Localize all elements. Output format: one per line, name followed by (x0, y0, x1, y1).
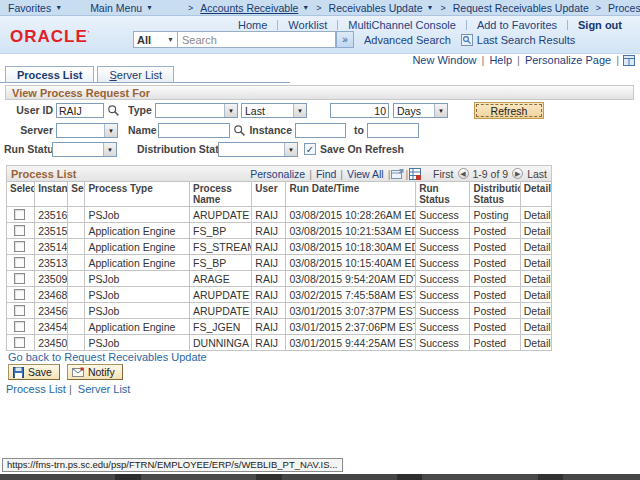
run-datetime-cell: 03/01/2015 2:37:06PM EST (286, 319, 416, 335)
details-link[interactable]: Details (520, 271, 551, 287)
process-name-cell[interactable]: DUNNINGA (189, 335, 251, 351)
view-all-link[interactable]: View All (347, 168, 384, 180)
details-link[interactable]: Details (520, 303, 551, 319)
row-select-checkbox[interactable] (14, 273, 25, 284)
process-name-cell[interactable]: ARAGE (189, 271, 251, 287)
breadcrumb-process-monitor[interactable]: Process Monitor (608, 2, 640, 14)
tab-strip: Process List Server List (5, 66, 177, 82)
details-link[interactable]: Details (520, 223, 551, 239)
instance-to-field[interactable] (367, 123, 419, 138)
tab-server-list[interactable]: Server List (97, 66, 174, 82)
go-back-link[interactable]: Go back to Request Receivables Update (8, 351, 207, 363)
distribution-status-select[interactable]: ▼ (218, 142, 298, 157)
pager-prev-icon[interactable]: ◀ (458, 168, 469, 179)
details-link[interactable]: Details (520, 207, 551, 223)
process-name-cell[interactable]: ARUPDATE (189, 303, 251, 319)
worklist-link[interactable]: Worklist (278, 19, 337, 31)
pager-next-icon[interactable]: ▶ (512, 168, 523, 179)
user-cell: RAIJ (252, 287, 286, 303)
new-window-link[interactable]: New Window (412, 54, 476, 66)
zoom-grid-icon[interactable] (391, 169, 404, 179)
process-type-cell: Application Engine (85, 223, 190, 239)
multichannel-console-link[interactable]: MultiChannel Console (338, 19, 466, 31)
breadcrumb-label: Receivables Update (329, 2, 423, 14)
row-select-checkbox[interactable] (14, 241, 25, 252)
name-field[interactable] (158, 123, 230, 138)
col-select: Select (7, 182, 35, 207)
breadcrumb-receivables-update[interactable]: Receivables Update▼ (329, 2, 434, 14)
home-link[interactable]: Home (228, 19, 277, 31)
details-link[interactable]: Details (520, 287, 551, 303)
seq-cell (68, 239, 85, 255)
details-link[interactable]: Details (520, 319, 551, 335)
last-search-results-link[interactable]: Last Search Results (477, 34, 575, 46)
find-link[interactable]: Find (316, 168, 336, 180)
row-select-checkbox[interactable] (14, 209, 25, 220)
download-to-excel-icon[interactable] (409, 168, 421, 180)
run-datetime-cell: 03/08/2015 10:18:30AM EDT (286, 239, 416, 255)
breadcrumb-accounts-receivable[interactable]: Accounts Receivable▼ (200, 2, 309, 14)
save-button[interactable]: Save (8, 364, 60, 380)
layout-grid-icon[interactable] (623, 55, 635, 66)
grid-pager: First ◀ 1-9 of 9 ▶ Last (433, 168, 547, 180)
pager-first-label[interactable]: First (433, 168, 453, 180)
process-name-cell[interactable]: ARUPDATE (189, 287, 251, 303)
personalize-link[interactable]: Personalize (250, 168, 305, 180)
tab-process-list[interactable]: Process List (5, 66, 94, 82)
row-select-checkbox[interactable] (14, 225, 25, 236)
row-select-checkbox[interactable] (14, 321, 25, 332)
pager-last-label[interactable]: Last (527, 168, 547, 180)
seq-cell (68, 303, 85, 319)
breadcrumb-main-menu[interactable]: Main Menu▼ (90, 2, 153, 14)
divider: | (309, 168, 312, 180)
row-select-checkbox[interactable] (14, 337, 25, 348)
details-link[interactable]: Details (520, 255, 551, 271)
row-select-checkbox[interactable] (14, 257, 25, 268)
row-select-checkbox[interactable] (14, 305, 25, 316)
last-select[interactable]: Last▼ (241, 103, 307, 118)
search-scope-value: All (137, 34, 151, 46)
instance-from-field[interactable] (295, 123, 346, 138)
search-go-button[interactable]: » (336, 31, 354, 48)
details-link[interactable]: Details (520, 335, 551, 351)
user-id-field[interactable] (56, 103, 104, 118)
refresh-button[interactable]: Refresh (474, 102, 544, 119)
divider: | (69, 383, 72, 395)
search-scope-select[interactable]: All▼ (133, 31, 178, 48)
add-to-favorites-link[interactable]: Add to Favorites (467, 19, 567, 31)
process-table-body: 23516 PSJob ARUPDATE RAIJ 03/08/2015 10:… (7, 207, 552, 351)
breadcrumb-request-receivables-update[interactable]: Request Receivables Update (453, 2, 589, 14)
user-id-lookup-icon[interactable] (107, 104, 120, 117)
search-input[interactable] (178, 31, 336, 48)
days-unit-select[interactable]: Days▼ (393, 103, 448, 118)
process-name-cell: FS_STREAMLN (189, 239, 251, 255)
breadcrumb-label: Favorites (8, 2, 51, 14)
tab-label: Server List (109, 69, 162, 81)
distribution-status-cell: Posted (470, 335, 520, 351)
dropdown-arrow-icon: ▼ (302, 4, 309, 11)
sign-out-link[interactable]: Sign out (568, 19, 632, 31)
days-count-field[interactable] (330, 103, 389, 118)
save-on-refresh-checkbox[interactable] (304, 143, 316, 155)
run-status-select[interactable]: ▼ (52, 142, 117, 157)
breadcrumb-favorites[interactable]: Favorites▼ (8, 2, 62, 14)
run-datetime-cell: 03/08/2015 9:54:20AM EDT (286, 271, 416, 287)
process-name-cell[interactable]: ARUPDATE (189, 207, 251, 223)
notify-button[interactable]: Notify (67, 364, 123, 380)
name-lookup-icon[interactable] (233, 124, 246, 137)
details-link[interactable]: Details (520, 239, 551, 255)
footer-process-list-link[interactable]: Process List (6, 383, 66, 395)
help-link[interactable]: Help (489, 54, 512, 66)
run-datetime-cell: 03/01/2015 3:07:37PM EST (286, 303, 416, 319)
type-select[interactable]: ▼ (155, 103, 238, 118)
process-type-cell: PSJob (85, 303, 190, 319)
row-select-checkbox[interactable] (14, 289, 25, 300)
breadcrumb-label: Accounts Receivable (200, 2, 298, 14)
footer-server-list-link[interactable]: Server List (78, 383, 131, 395)
oracle-logo: ORACLE' (10, 27, 90, 47)
chevron-separator-icon: > (188, 3, 193, 13)
server-select[interactable]: ▼ (56, 123, 118, 138)
personalize-page-link[interactable]: Personalize Page (525, 54, 611, 66)
advanced-search-link[interactable]: Advanced Search (364, 34, 451, 46)
user-cell: RAIJ (252, 335, 286, 351)
